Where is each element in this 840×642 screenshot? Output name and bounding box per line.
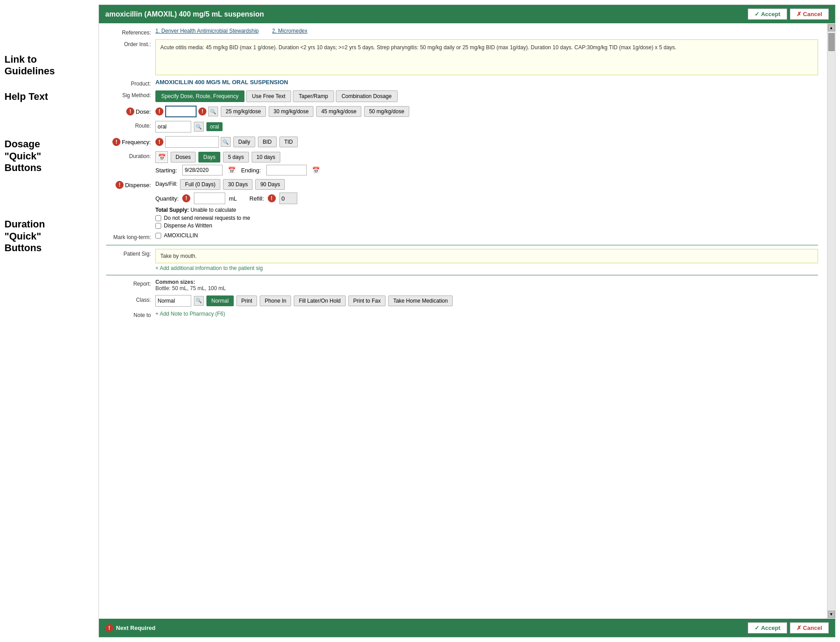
route-badge: oral: [206, 122, 223, 131]
dispense-as-written-checkbox[interactable]: [155, 223, 161, 229]
frequency-input-field[interactable]: [165, 136, 219, 148]
mark-long-term-row: Mark long-term: AMOXICILLIN: [106, 232, 818, 241]
freq-btn-daily[interactable]: Daily: [233, 137, 255, 147]
dose-quick-btn-30[interactable]: 30 mg/kg/dose: [269, 106, 314, 117]
starting-calendar-icon[interactable]: 📅: [228, 167, 236, 174]
dose-label: Dose:: [136, 108, 151, 115]
dose-control-area: ! ! 🔍 25 mg/kg/dose 30 mg/kg/dose 45 mg/…: [155, 106, 818, 117]
quantity-input[interactable]: [194, 193, 225, 204]
freq-btn-tid[interactable]: TID: [279, 137, 298, 147]
frequency-control-area: ! 🔍 Daily BID TID: [155, 136, 818, 148]
ending-label: Ending:: [241, 167, 261, 174]
dose-input-group: ! ! 🔍: [155, 106, 218, 117]
ref-links: 1. Denver Health Antimicrobial Stewardsh…: [155, 28, 818, 34]
no-renewal-checkbox[interactable]: [155, 215, 161, 221]
main-content: amoxicillin (AMOXIL) 400 mg/5 mL suspens…: [99, 4, 836, 638]
days-fill-label: Days/Fill:: [155, 179, 177, 187]
sig-method-label: Sig Method:: [106, 90, 155, 98]
duration-quick-buttons-label: Duration "Quick" Buttons: [4, 218, 94, 254]
no-renewal-checkbox-row: Do not send renewal requests to me: [155, 215, 818, 221]
sig-btn-taper[interactable]: Taper/Ramp: [293, 90, 334, 102]
frequency-input-row: ! 🔍 Daily BID TID: [155, 136, 818, 148]
route-row: Route: 🔍 oral: [106, 121, 818, 133]
duration-btn-doses[interactable]: Doses: [171, 152, 196, 163]
duration-row: Duration: 📅 Doses Days 5 days 10 days St…: [106, 151, 818, 175]
scroll-down-button[interactable]: ▼: [828, 611, 835, 618]
references-row: References: 1. Denver Health Antimicrobi…: [106, 28, 818, 36]
refill-input[interactable]: [279, 193, 297, 204]
freq-input-group: ! 🔍: [155, 136, 231, 148]
form-area: References: 1. Denver Health Antimicrobi…: [99, 23, 827, 619]
product-area: AMOXICILLIN 400 MG/5 ML ORAL SUSPENSION: [155, 79, 818, 86]
days-fill-90[interactable]: 90 Days: [255, 179, 285, 190]
class-btn-print[interactable]: Print: [236, 295, 257, 306]
class-btn-take-home[interactable]: Take Home Medication: [388, 295, 453, 306]
report-row: Report: Common sizes: Bottle: 50 mL, 75 …: [106, 279, 818, 291]
total-supply-label: Total Supply:: [155, 207, 189, 213]
dose-quick-btn-45[interactable]: 45 mg/kg/dose: [316, 106, 361, 117]
sig-btn-specify[interactable]: Specify Dose, Route, Frequency: [155, 90, 244, 102]
duration-control-area: 📅 Doses Days 5 days 10 days Starting: 📅 …: [155, 151, 818, 175]
link-to-guidelines-label: Link to Guidelines: [4, 54, 94, 77]
add-info-link[interactable]: + Add additional information to the pati…: [155, 265, 263, 271]
frequency-label: Frequency:: [122, 139, 151, 146]
class-btn-normal[interactable]: Normal: [206, 295, 234, 306]
days-fill-30[interactable]: 30 Days: [223, 179, 253, 190]
footer-buttons: ✓ Accept ✗ Cancel: [748, 622, 829, 633]
class-btn-phone-in[interactable]: Phone In: [260, 295, 291, 306]
dose-quick-btn-25[interactable]: 25 mg/kg/dose: [221, 106, 266, 117]
cancel-button-footer[interactable]: ✗ Cancel: [790, 622, 829, 633]
refill-error-icon: !: [268, 194, 276, 202]
duration-btn-5days[interactable]: 5 days: [223, 152, 249, 163]
patient-sig-box: Take by mouth.: [155, 249, 818, 263]
freq-search-button[interactable]: 🔍: [221, 137, 231, 147]
note-to-row: Note to + Add Note to Pharmacy (F6): [106, 310, 818, 318]
freq-btn-bid[interactable]: BID: [258, 137, 277, 147]
class-input-field[interactable]: [155, 295, 191, 307]
product-row: Product: AMOXICILLIN 400 MG/5 ML ORAL SU…: [106, 79, 818, 87]
add-note-link[interactable]: + Add Note to Pharmacy (F6): [155, 311, 225, 317]
order-inst-row: Order Inst.: Acute otitis media: 45 mg/k…: [106, 39, 818, 75]
dispense-error-icon: !: [116, 181, 124, 189]
dose-input-field[interactable]: [165, 106, 197, 117]
route-input-field[interactable]: [155, 121, 191, 133]
patient-sig-label: Patient Sig:: [106, 249, 155, 257]
ending-calendar-icon[interactable]: 📅: [312, 167, 320, 174]
ref-link-2[interactable]: 2. Micromedex: [272, 28, 308, 34]
accept-button-header[interactable]: ✓ Accept: [748, 9, 787, 20]
dispense-label: Dispense:: [125, 182, 151, 188]
quantity-refill-row: Quantity: ! mL Refill: !: [155, 193, 818, 204]
duration-calendar-icon[interactable]: 📅: [155, 151, 168, 163]
help-text-box: Acute otitis media: 45 mg/kg BID (max 1 …: [155, 39, 818, 75]
class-btn-fill-later[interactable]: Fill Later/On Hold: [294, 295, 345, 306]
cancel-button-header[interactable]: ✗ Cancel: [790, 9, 829, 20]
mark-long-term-checkbox[interactable]: [155, 233, 161, 239]
frequency-row: ! Frequency: ! 🔍 Daily BID TID: [106, 136, 818, 148]
days-fill-full[interactable]: Full (0 Days): [180, 179, 220, 190]
accept-button-footer[interactable]: ✓ Accept: [748, 622, 787, 633]
dosage-quick-buttons-label: Dosage "Quick" Buttons: [4, 138, 94, 174]
scroll-up-button[interactable]: ▲: [828, 24, 835, 31]
route-search-button[interactable]: 🔍: [194, 122, 204, 132]
sig-btn-combination[interactable]: Combination Dosage: [336, 90, 398, 102]
ending-date-input[interactable]: [266, 165, 307, 175]
scroll-thumb[interactable]: [828, 33, 835, 51]
sig-btn-free-text[interactable]: Use Free Text: [246, 90, 291, 102]
header-buttons: ✓ Accept ✗ Cancel: [748, 9, 829, 20]
dose-error-icon: !: [126, 107, 134, 116]
freq-error-icon: !: [112, 138, 120, 146]
dose-quick-btn-50[interactable]: 50 mg/kg/dose: [364, 106, 409, 117]
order-inst-area: Acute otitis media: 45 mg/kg BID (max 1 …: [155, 39, 818, 75]
duration-btn-days[interactable]: Days: [198, 152, 220, 163]
class-btn-print-to-fax[interactable]: Print to Fax: [348, 295, 386, 306]
next-required-error-icon: !: [105, 624, 113, 632]
dose-search-button[interactable]: 🔍: [208, 107, 218, 116]
ref-link-1[interactable]: 1. Denver Health Antimicrobial Stewardsh…: [155, 28, 259, 34]
class-search-button[interactable]: 🔍: [194, 296, 204, 306]
mark-long-term-checkbox-row: AMOXICILLIN: [155, 232, 818, 239]
duration-btn-10days[interactable]: 10 days: [252, 152, 280, 163]
starting-date-input[interactable]: [182, 165, 223, 175]
divider-2: [106, 275, 818, 275]
quantity-unit: mL: [229, 195, 237, 202]
patient-sig-row: Patient Sig: Take by mouth. + Add additi…: [106, 249, 818, 271]
